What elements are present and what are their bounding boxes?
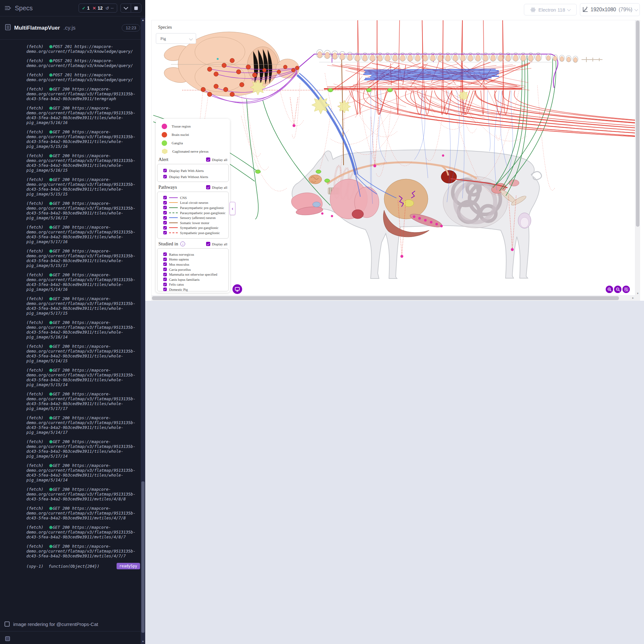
log-method-status: GET 200 (53, 129, 72, 134)
option-row: CNS (157, 195, 228, 200)
log-entry[interactable]: (fetch)GET 200 https://mapcore-demo.org/… (26, 296, 140, 316)
option-checkbox[interactable] (163, 206, 167, 209)
viewport-select[interactable]: 1920x1080 (79%) (580, 3, 640, 16)
log-entry[interactable]: (fetch)POST 201 https://mapcore-demo.org… (26, 58, 140, 68)
sidebar-scroll-thumb[interactable] (141, 481, 145, 633)
stop-icon (134, 6, 138, 10)
scroll-up-icon[interactable]: ▲ (141, 19, 145, 22)
option-checkbox[interactable] (163, 258, 167, 261)
scroll-right-icon[interactable]: ► (632, 297, 634, 299)
species-select[interactable]: Pig (156, 33, 196, 44)
log-method-status: GET 200 (53, 320, 72, 325)
browser-select[interactable]: Electron 118 (524, 4, 577, 15)
option-row: Homo sapiens (157, 257, 228, 262)
sidebar-scrollbar[interactable]: ▲ ▼ (141, 18, 145, 644)
log-entry[interactable]: (fetch)GET 200 https://mapcore-demo.org/… (26, 525, 140, 539)
log-entry[interactable]: (fetch)GET 200 https://mapcore-demo.org/… (26, 439, 140, 459)
atom-icon (530, 7, 536, 13)
zoom-out-button[interactable] (614, 286, 621, 293)
log-entry[interactable]: (fetch)GET 200 https://mapcore-demo.org/… (26, 320, 140, 339)
sidebar-menu-icon[interactable] (5, 5, 12, 11)
spy-row[interactable]: (spy-1)function(Object{204})readySpy (26, 563, 140, 569)
reporter-footer[interactable]: image rendering for @currentProps-Cat (0, 617, 145, 631)
screen-button[interactable] (232, 284, 242, 294)
test-icon (5, 621, 10, 627)
log-entry[interactable]: (fetch)GET 200 https://mapcore-demo.org/… (26, 201, 140, 220)
option-checkbox[interactable] (163, 211, 167, 214)
zoom-in-button[interactable] (606, 286, 613, 293)
alert-section-title: Alert (158, 157, 168, 162)
log-entry[interactable]: (fetch)GET 200 https://mapcore-demo.org/… (26, 177, 140, 196)
spec-ext: .cy.js (63, 25, 75, 31)
log-entry[interactable]: (fetch)GET 200 https://mapcore-demo.org/… (26, 87, 140, 101)
log-entry[interactable]: (fetch)GET 200 https://mapcore-demo.org/… (26, 344, 140, 363)
status-dot-icon (49, 154, 52, 157)
stop-button[interactable] (131, 4, 141, 12)
studied-box: Rattus norvegicusHomo sapiensMus musculu… (157, 248, 229, 291)
drawer-toggle[interactable]: ‹ (230, 202, 235, 215)
collapse-button[interactable] (121, 4, 131, 12)
log-method-status: POST 201 (53, 58, 75, 63)
option-checkbox[interactable] (163, 216, 167, 220)
option-checkbox[interactable] (163, 268, 167, 271)
option-checkbox[interactable] (163, 252, 167, 256)
option-checkbox[interactable] (163, 288, 167, 291)
log-entry[interactable]: (fetch)GET 200 https://mapcore-demo.org/… (26, 506, 140, 520)
option-checkbox[interactable] (163, 231, 167, 234)
zoom-fit-button[interactable] (622, 286, 630, 293)
log-entry[interactable]: (fetch)POST 201 https://mapcore-demo.org… (26, 44, 140, 54)
spec-row[interactable]: MultiFlatmapVuer .cy.js 12:23 (0, 16, 145, 40)
log-entry[interactable]: (fetch)GET 200 https://mapcore-demo.org/… (26, 106, 140, 125)
option-checkbox[interactable] (163, 273, 167, 276)
log-source: (fetch) (26, 44, 43, 49)
log-entry[interactable]: (fetch)GET 200 https://mapcore-demo.org/… (26, 249, 140, 268)
log-entry[interactable]: (fetch)GET 200 https://mapcore-demo.org/… (26, 272, 140, 292)
display-all-checkbox[interactable] (206, 242, 210, 246)
log-source: (fetch) (26, 106, 43, 110)
pathways-display-all: Display all (206, 185, 227, 189)
runner-header: Electron 118 1920x1080 (79%) (145, 0, 644, 18)
option-checkbox[interactable] (163, 201, 167, 204)
alert-section-header: Alert Display all (158, 157, 227, 162)
alert-display-all: Display all (206, 157, 227, 162)
log-entry[interactable]: (fetch)GET 200 https://mapcore-demo.org/… (26, 415, 140, 435)
log-method-status: GET 200 (53, 506, 72, 511)
log-entry[interactable]: (fetch)GET 200 https://mapcore-demo.org/… (26, 544, 140, 558)
log-method-status: GET 200 (53, 272, 72, 277)
aut-v-scrollbar[interactable]: ▼ (635, 20, 640, 296)
option-checkbox[interactable] (163, 169, 167, 172)
log-entry[interactable]: (fetch)GET 200 https://mapcore-demo.org/… (26, 225, 140, 244)
legend-label: Gaglionated nerve plexus (172, 149, 208, 153)
log-entry[interactable]: (fetch)GET 200 https://mapcore-demo.org/… (26, 153, 140, 173)
aut-h-scroll-thumb[interactable] (152, 296, 619, 300)
log-source: (fetch) (26, 249, 43, 253)
alert-options-box: Display Path With AlertsDisplay Path Wit… (157, 164, 229, 182)
log-entry[interactable]: (fetch)GET 200 https://mapcore-demo.org/… (26, 368, 140, 387)
info-icon[interactable]: i (180, 241, 185, 246)
status-dot-icon (49, 250, 52, 253)
log-entry[interactable]: (fetch)GET 200 https://mapcore-demo.org/… (26, 392, 140, 411)
option-checkbox[interactable] (163, 175, 167, 178)
aut-v-scroll-thumb[interactable] (636, 21, 639, 227)
option-checkbox[interactable] (163, 283, 167, 286)
log-entry[interactable]: (fetch)POST 201 https://mapcore-demo.org… (26, 72, 140, 82)
scroll-down-icon[interactable]: ▼ (141, 640, 145, 643)
option-checkbox[interactable] (163, 262, 167, 266)
log-source: (fetch) (26, 296, 43, 301)
scroll-down-icon[interactable]: ▼ (635, 292, 640, 295)
option-checkbox[interactable] (163, 278, 167, 281)
option-row: Mus musculus (157, 262, 228, 267)
brown-pathway (342, 59, 344, 165)
display-all-checkbox[interactable] (206, 157, 210, 162)
option-checkbox[interactable] (163, 221, 167, 224)
log-entry[interactable]: (fetch)GET 200 https://mapcore-demo.org/… (26, 463, 140, 482)
option-checkbox[interactable] (163, 226, 167, 230)
cross-icon: ✕ (92, 6, 96, 11)
log-entry[interactable]: (fetch)GET 200 https://mapcore-demo.org/… (26, 129, 140, 149)
aut-h-scrollbar[interactable]: ► (151, 296, 640, 301)
option-label: Felis catus (169, 282, 184, 286)
stats-failed: ✕12 (92, 5, 102, 11)
display-all-checkbox[interactable] (206, 185, 210, 189)
log-entry[interactable]: (fetch)GET 200 https://mapcore-demo.org/… (26, 487, 140, 501)
option-checkbox[interactable] (163, 196, 167, 199)
